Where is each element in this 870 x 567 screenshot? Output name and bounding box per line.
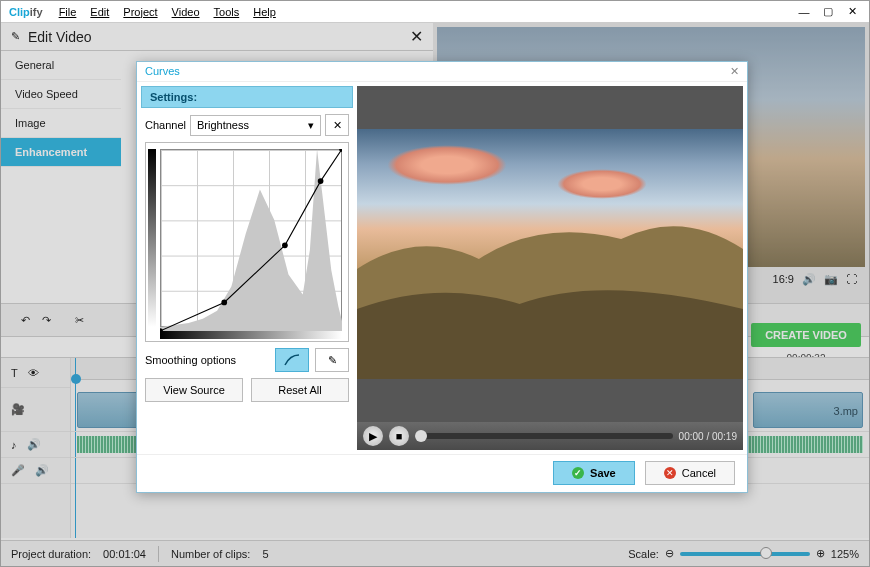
input-gradient [160, 331, 342, 339]
check-icon: ✓ [572, 467, 584, 479]
menu-file[interactable]: File [59, 6, 77, 18]
svg-point-4 [339, 149, 342, 152]
seek-slider[interactable] [415, 433, 673, 439]
curves-dialog: Curves ✕ Settings: Channel Brightness ▾ … [136, 61, 748, 493]
app-logo: Clipify [9, 5, 43, 19]
smoothing-label: Smoothing options [145, 354, 236, 366]
cancel-button[interactable]: ✕Cancel [645, 461, 735, 485]
dialog-preview [357, 86, 743, 422]
channel-label: Channel [145, 119, 186, 131]
save-button[interactable]: ✓Save [553, 461, 635, 485]
menu-project[interactable]: Project [123, 6, 157, 18]
playbar-time: 00:00 / 00:19 [679, 431, 737, 442]
curve-editor[interactable] [145, 142, 349, 342]
view-source-button[interactable]: View Source [145, 378, 243, 402]
pencil-curve-button[interactable]: ✎ [315, 348, 349, 372]
menu-edit[interactable]: Edit [90, 6, 109, 18]
chevron-down-icon: ▾ [308, 119, 314, 132]
menu-video[interactable]: Video [172, 6, 200, 18]
channel-select[interactable]: Brightness ▾ [190, 115, 321, 136]
reset-all-button[interactable]: Reset All [251, 378, 349, 402]
menu-help[interactable]: Help [253, 6, 276, 18]
cancel-x-icon: ✕ [664, 467, 676, 479]
smooth-curve-button[interactable] [275, 348, 309, 372]
dialog-playbar: ▶ ■ 00:00 / 00:19 [357, 422, 743, 450]
dialog-title: Curves [145, 65, 180, 78]
output-gradient [148, 149, 156, 327]
dialog-close-icon[interactable]: ✕ [730, 65, 739, 78]
channel-reset-button[interactable]: ✕ [325, 114, 349, 136]
menubar: Clipify File Edit Project Video Tools He… [1, 1, 869, 23]
close-icon[interactable]: ✕ [843, 5, 861, 19]
svg-point-1 [221, 300, 227, 306]
channel-value: Brightness [197, 119, 249, 131]
menu-tools[interactable]: Tools [214, 6, 240, 18]
minimize-icon[interactable]: — [795, 5, 813, 19]
settings-header: Settings: [141, 86, 353, 108]
stop-icon[interactable]: ■ [389, 426, 409, 446]
svg-point-3 [318, 178, 324, 184]
maximize-icon[interactable]: ▢ [819, 5, 837, 19]
curve-svg [160, 149, 342, 331]
svg-point-2 [282, 242, 288, 248]
play-icon[interactable]: ▶ [363, 426, 383, 446]
